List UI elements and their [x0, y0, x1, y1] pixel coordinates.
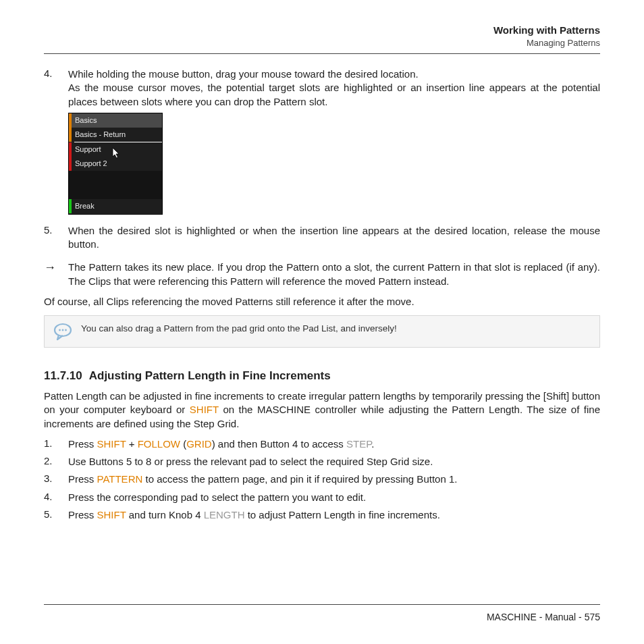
svg-point-2 [62, 329, 64, 331]
slot-label: Support 2 [72, 159, 107, 167]
hw-button-shift: SHIFT [97, 438, 126, 450]
hw-button-shift: SHIFT [190, 404, 219, 415]
pattern-slot: Break [69, 199, 162, 213]
text: and turn Knob 4 [126, 509, 204, 520]
text: ) and then Button 4 to access [212, 438, 346, 450]
step-number: 4. [44, 491, 68, 504]
hw-button-pattern: PATTERN [97, 473, 143, 485]
sentence: As the mouse cursor moves, the potential… [68, 82, 600, 107]
empty-slot [69, 185, 162, 199]
step-text: Use Buttons 5 to 8 or press the relevant… [68, 455, 600, 468]
display-label-length: LENGTH [204, 509, 245, 520]
step-number: 1. [44, 437, 68, 451]
page-footer: MASCHINE - Manual - 575 [44, 604, 600, 622]
text: to access the pattern page, and pin it i… [142, 473, 457, 485]
tip-box: You can also drag a Pattern from the pad… [44, 315, 600, 348]
result-row: → The Pattern takes its new place. If yo… [44, 261, 600, 288]
header-chapter-title: Working with Patterns [44, 24, 600, 36]
result-text: The Pattern takes its new place. If you … [68, 261, 600, 288]
text: Press [68, 438, 97, 450]
slot-label: Break [72, 202, 95, 210]
text: to adjust Pattern Length in fine increme… [245, 509, 440, 520]
step-number: 4. [44, 68, 68, 109]
svg-point-3 [65, 329, 67, 331]
pattern-slot: Basics - Return [69, 128, 162, 142]
step-text: Press PATTERN to access the pattern page… [68, 473, 600, 486]
section-heading: 11.7.10 Adjusting Pattern Length in Fine… [44, 369, 600, 383]
instruction-1: 1. Press SHIFT + FOLLOW (GRID) and then … [44, 437, 600, 451]
slot-label: Support [72, 145, 101, 153]
hw-button-grid: GRID [186, 438, 212, 450]
step-number: 3. [44, 473, 68, 486]
arrow-icon: → [44, 261, 68, 288]
section-title: Adjusting Pattern Length in Fine Increme… [89, 369, 331, 383]
hw-button-follow: FOLLOW [138, 438, 180, 450]
slot-label: Basics [72, 116, 97, 124]
step-text: Press SHIFT + FOLLOW (GRID) and then But… [68, 437, 600, 451]
hw-button-shift: SHIFT [97, 509, 126, 520]
footer-product: MASCHINE [487, 612, 537, 622]
header-section-title: Managing Patterns [44, 38, 600, 48]
text: + [126, 438, 138, 450]
step-text: While holding the mouse button, drag you… [68, 68, 600, 109]
display-label-step: STEP [346, 438, 371, 450]
text: Press [68, 473, 97, 485]
instruction-3: 3. Press PATTERN to access the pattern p… [44, 473, 600, 486]
cursor-icon [112, 147, 122, 161]
svg-point-1 [59, 329, 61, 331]
footer-page-number: 575 [585, 612, 600, 622]
step-text: Press SHIFT and turn Knob 4 LENGTH to ad… [68, 508, 600, 522]
slot-label: Basics - Return [72, 130, 126, 138]
footer-doc-type: Manual [545, 612, 576, 622]
text: ( [180, 438, 186, 450]
sentence: While holding the mouse button, drag you… [68, 68, 419, 80]
instruction-4: 4. Press the corresponding pad to select… [44, 491, 600, 504]
paragraph: Of course, all Clips referencing the mov… [44, 295, 600, 308]
step-5: 5. When the desired slot is highlighted … [44, 224, 600, 252]
instruction-5: 5. Press SHIFT and turn Knob 4 LENGTH to… [44, 508, 600, 522]
section-intro: Patten Length can be adjusted in fine in… [44, 390, 600, 431]
tip-text: You can also drag a Pattern from the pad… [81, 323, 397, 335]
page-header: Working with Patterns Managing Patterns [44, 24, 600, 54]
text: . [371, 438, 374, 450]
step-number: 2. [44, 455, 68, 468]
step-number: 5. [44, 224, 68, 252]
empty-slot [69, 171, 162, 185]
speech-bubble-icon [53, 323, 73, 340]
instruction-2: 2. Use Buttons 5 to 8 or press the relev… [44, 455, 600, 468]
step-text: When the desired slot is highlighted or … [68, 224, 600, 252]
step-number: 5. [44, 508, 68, 522]
step-4: 4. While holding the mouse button, drag … [44, 68, 600, 109]
pattern-list-screenshot: Basics Basics - Return Support Support 2… [68, 113, 163, 215]
section-number: 11.7.10 [44, 369, 82, 383]
pattern-slot: Basics [69, 113, 162, 128]
step-text: Press the corresponding pad to select th… [68, 491, 600, 504]
text: Press [68, 509, 97, 520]
